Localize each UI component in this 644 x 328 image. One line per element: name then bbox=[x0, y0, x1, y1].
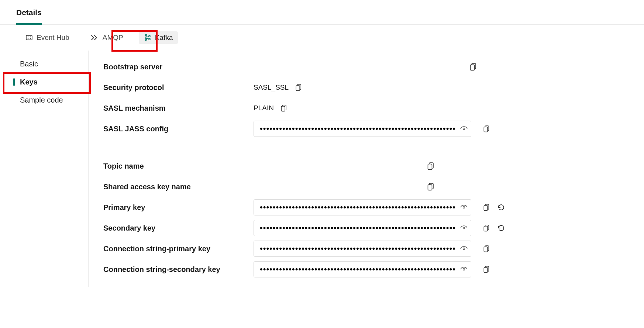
copy-security-protocol-button[interactable] bbox=[294, 83, 303, 92]
svg-rect-0 bbox=[26, 35, 32, 40]
topic-name-label: Topic name bbox=[103, 162, 249, 170]
security-protocol-label: Security protocol bbox=[103, 83, 249, 92]
svg-rect-26 bbox=[428, 185, 432, 190]
sasl-mechanism-value: PLAIN bbox=[254, 104, 274, 112]
copy-sasl-jass-config-button[interactable] bbox=[482, 124, 491, 134]
svg-point-30 bbox=[463, 227, 465, 229]
reveal-conn-primary-button[interactable] bbox=[460, 246, 468, 251]
svg-point-5 bbox=[145, 34, 147, 36]
primary-key-input[interactable] bbox=[254, 199, 471, 215]
copy-conn-primary-button[interactable] bbox=[482, 244, 491, 253]
copy-primary-key-button[interactable] bbox=[482, 203, 491, 212]
tab-eventhub-label: Event Hub bbox=[37, 34, 69, 42]
svg-point-2 bbox=[28, 38, 28, 39]
secondary-key-label: Secondary key bbox=[103, 224, 249, 232]
reveal-conn-secondary-button[interactable] bbox=[460, 267, 468, 272]
tab-amqp-label: AMQP bbox=[103, 34, 123, 42]
bootstrap-server-label: Bootstrap server bbox=[103, 63, 249, 71]
amqp-icon bbox=[90, 35, 99, 41]
sasl-jass-config-label: SASL JASS config bbox=[103, 125, 249, 133]
reveal-primary-key-button[interactable] bbox=[460, 205, 468, 210]
tab-eventhub[interactable]: Event Hub bbox=[20, 31, 75, 44]
svg-point-9 bbox=[149, 38, 150, 40]
svg-rect-24 bbox=[428, 164, 432, 170]
eventhub-icon bbox=[25, 34, 33, 41]
svg-rect-17 bbox=[296, 86, 300, 91]
regenerate-secondary-key-button[interactable] bbox=[496, 223, 506, 233]
svg-point-33 bbox=[463, 248, 465, 250]
svg-point-6 bbox=[145, 37, 147, 39]
copy-secondary-key-button[interactable] bbox=[482, 223, 491, 233]
secondary-key-input[interactable] bbox=[254, 220, 471, 236]
copy-conn-secondary-button[interactable] bbox=[482, 265, 491, 274]
conn-secondary-label: Connection string-secondary key bbox=[103, 265, 249, 274]
tab-amqp[interactable]: AMQP bbox=[85, 31, 128, 44]
sidebar-item-keys[interactable]: Keys bbox=[0, 73, 88, 91]
tab-kafka[interactable]: Kafka bbox=[139, 31, 178, 44]
tab-kafka-label: Kafka bbox=[155, 34, 173, 42]
copy-topic-name-button[interactable] bbox=[426, 161, 435, 171]
svg-rect-38 bbox=[484, 267, 488, 273]
svg-rect-15 bbox=[471, 65, 475, 70]
sasl-jass-config-input[interactable] bbox=[254, 121, 471, 137]
sidebar-item-basic[interactable]: Basic bbox=[0, 55, 88, 73]
svg-point-3 bbox=[30, 37, 31, 37]
sidebar-item-sample-code[interactable]: Sample code bbox=[0, 91, 88, 109]
sasl-mechanism-label: SASL mechanism bbox=[103, 104, 249, 113]
svg-point-4 bbox=[30, 38, 31, 39]
copy-bootstrap-server-button[interactable] bbox=[468, 62, 478, 72]
svg-point-7 bbox=[145, 39, 147, 41]
tab-details[interactable]: Details bbox=[16, 8, 42, 24]
copy-shared-access-key-name-button[interactable] bbox=[426, 182, 435, 191]
svg-rect-19 bbox=[281, 106, 285, 111]
regenerate-primary-key-button[interactable] bbox=[496, 203, 506, 212]
svg-point-20 bbox=[463, 128, 465, 130]
svg-line-12 bbox=[147, 37, 149, 37]
reveal-sasl-jass-config-button[interactable] bbox=[460, 126, 468, 131]
kafka-icon bbox=[144, 34, 151, 42]
shared-access-key-name-label: Shared access key name bbox=[103, 183, 249, 191]
svg-point-1 bbox=[28, 37, 28, 37]
security-protocol-value: SASL_SSL bbox=[254, 83, 289, 92]
section-divider bbox=[103, 148, 644, 148]
svg-point-27 bbox=[463, 207, 465, 208]
copy-sasl-mechanism-button[interactable] bbox=[279, 103, 289, 113]
svg-point-8 bbox=[149, 35, 150, 37]
svg-rect-22 bbox=[484, 127, 488, 132]
conn-primary-input[interactable] bbox=[254, 241, 471, 257]
reveal-secondary-key-button[interactable] bbox=[460, 225, 468, 231]
svg-rect-29 bbox=[484, 206, 488, 211]
svg-line-13 bbox=[147, 38, 149, 39]
conn-secondary-input[interactable] bbox=[254, 261, 471, 277]
primary-key-label: Primary key bbox=[103, 203, 249, 212]
conn-primary-label: Connection string-primary key bbox=[103, 245, 249, 253]
svg-point-36 bbox=[463, 269, 465, 270]
svg-rect-32 bbox=[484, 226, 488, 231]
svg-rect-35 bbox=[484, 247, 488, 252]
